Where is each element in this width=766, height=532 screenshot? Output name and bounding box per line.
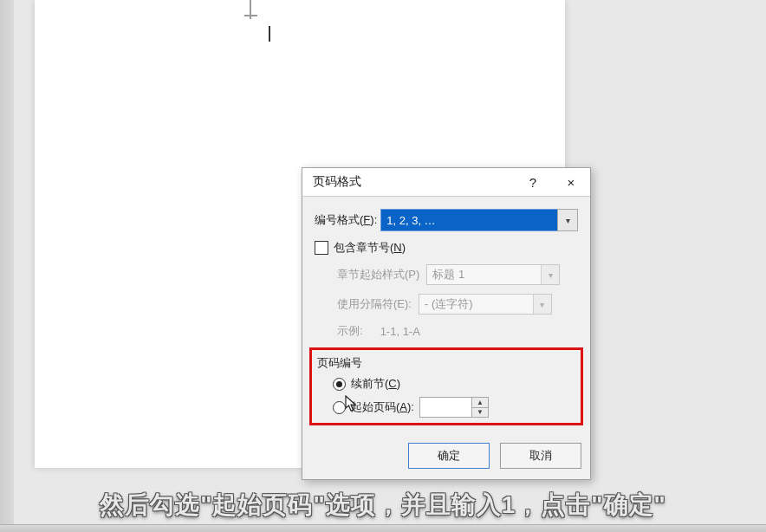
page-number-format-dialog: 页码格式 ? × 编号格式(F): 1, 2, 3, … ▾ 包含章节号(N) …: [302, 167, 591, 480]
separator-combo: - (连字符) ▾: [419, 294, 552, 315]
page-numbering-group: 页码编号 续前节(C) 起始页码(A): ▲ ▼: [309, 347, 583, 425]
chapter-style-label: 章节起始样式(P): [337, 267, 419, 282]
number-format-value: 1, 2, 3, …: [386, 214, 435, 227]
text-cursor: [269, 26, 270, 42]
number-format-row: 编号格式(F): 1, 2, 3, … ▾: [315, 209, 578, 231]
include-chapter-label: 包含章节号(N): [334, 240, 406, 256]
spin-up-icon[interactable]: ▲: [472, 398, 488, 408]
chapter-style-row: 章节起始样式(P) 标题 1 ▾: [337, 264, 578, 285]
start-at-label: 起始页码(A):: [351, 399, 414, 415]
continue-previous-label: 续前节(C): [351, 376, 400, 392]
ok-button[interactable]: 确定: [408, 443, 490, 469]
spin-down-icon[interactable]: ▼: [472, 408, 488, 418]
start-at-radio-row[interactable]: 起始页码(A): ▲ ▼: [333, 397, 575, 418]
start-at-radio[interactable]: [333, 401, 346, 414]
separator-label: 使用分隔符(E):: [337, 296, 412, 312]
separator-row: 使用分隔符(E): - (连字符) ▾: [337, 294, 578, 315]
dialog-titlebar: 页码格式 ? ×: [302, 168, 590, 197]
ruler-indent-marker[interactable]: [243, 0, 260, 26]
include-chapter-row: 包含章节号(N): [315, 240, 578, 256]
chevron-down-icon: ▾: [533, 295, 551, 314]
dialog-button-bar: 确定 取消: [302, 439, 590, 479]
cancel-button[interactable]: 取消: [500, 443, 581, 469]
dialog-title: 页码格式: [313, 174, 514, 190]
example-label: 示例:: [337, 323, 363, 339]
start-at-input[interactable]: ▲ ▼: [419, 397, 489, 418]
statusbar-edge: [0, 524, 766, 532]
close-button[interactable]: ×: [552, 168, 590, 196]
chapter-style-value: 标题 1: [432, 267, 464, 282]
page-numbering-group-title: 页码编号: [317, 355, 575, 371]
continue-previous-radio-row[interactable]: 续前节(C): [333, 376, 575, 392]
example-row: 示例: 1-1, 1-A: [337, 323, 578, 339]
chevron-down-icon: ▾: [541, 265, 559, 284]
continue-previous-radio[interactable]: [333, 378, 346, 391]
number-format-combo[interactable]: 1, 2, 3, … ▾: [380, 209, 578, 231]
separator-value: - (连字符): [425, 296, 473, 312]
number-format-label: 编号格式(F):: [315, 212, 377, 228]
app-left-edge: [0, 0, 14, 532]
chevron-down-icon[interactable]: ▾: [557, 209, 578, 231]
include-chapter-checkbox[interactable]: [315, 241, 328, 255]
example-value: 1-1, 1-A: [380, 325, 420, 338]
subtitle-caption: 然后勾选"起始页码"选项，并且输入1，点击"确定": [0, 489, 766, 522]
chapter-style-combo: 标题 1 ▾: [426, 264, 560, 285]
help-button[interactable]: ?: [514, 168, 552, 196]
